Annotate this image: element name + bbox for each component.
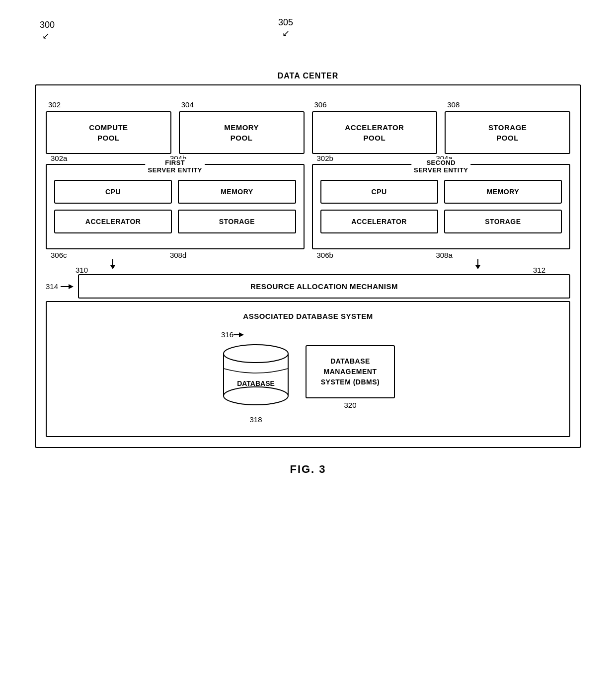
ref-308: 308	[445, 100, 570, 109]
dbms-label: DATABASEMANAGEMENTSYSTEM (DBMS)	[321, 357, 380, 386]
data-center-box: DATA CENTER 302 304 306 308 COMPUTEPOOL …	[35, 84, 581, 448]
svg-text:DATABASE: DATABASE	[237, 379, 275, 387]
ref-302b: 302b	[317, 154, 333, 162]
first-accelerator-box: ACCELERATOR	[54, 210, 172, 233]
ram-row: 314 RESOURCE ALLOCATION MECHANISM	[46, 274, 570, 299]
ref-308a: 308a	[436, 251, 452, 259]
db-system-box: ASSOCIATED DATABASE SYSTEM 316	[46, 301, 570, 437]
storage-pool-label: STORAGEPOOL	[488, 123, 527, 142]
second-storage-label: STORAGE	[485, 218, 521, 225]
second-cpu-box: CPU	[320, 180, 438, 204]
second-server-components: CPU MEMORY ACCELERATOR STORAGE	[320, 180, 562, 233]
first-cpu-box: CPU	[54, 180, 172, 204]
storage-pool-box: STORAGEPOOL	[445, 111, 570, 154]
ref-304: 304	[179, 100, 305, 109]
cylinder-wrapper: DATABASE	[221, 341, 291, 413]
second-server-entity-box: 302b 304a SECONDSERVER ENTITY CPU MEMORY…	[312, 164, 571, 249]
ref-302: 302	[46, 100, 171, 109]
first-server-entity-box: 302a 304b FIRSTSERVER ENTITY CPU MEMORY …	[46, 164, 305, 249]
db-system-label: ASSOCIATED DATABASE SYSTEM	[62, 312, 554, 320]
ref-314: 314	[46, 282, 58, 291]
accelerator-pool-box: ACCELERATORPOOL	[312, 111, 438, 154]
svg-marker-7	[239, 332, 244, 337]
second-memory-box: MEMORY	[444, 180, 562, 204]
ref-316-arrow-icon	[233, 331, 246, 339]
first-storage-box: STORAGE	[178, 210, 296, 233]
pool-row: COMPUTEPOOL MEMORYPOOL ACCELERATORPOOL S…	[46, 111, 570, 154]
dbms-container: DATABASEMANAGEMENTSYSTEM (DBMS) 320	[306, 345, 395, 409]
compute-pool-label: COMPUTEPOOL	[89, 123, 128, 142]
second-server-entity-label: SECONDSERVER ENTITY	[411, 159, 471, 174]
figure-label: FIG. 3	[35, 463, 581, 476]
ref-305: 305 ↙	[278, 17, 293, 39]
svg-marker-3	[475, 265, 480, 269]
ref-310: 310	[76, 266, 88, 274]
database-container: 316	[221, 330, 291, 424]
database-cylinder-svg: DATABASE	[221, 341, 291, 411]
ref-302a: 302a	[51, 154, 67, 162]
second-storage-box: STORAGE	[444, 210, 562, 233]
dbms-box: DATABASEMANAGEMENTSYSTEM (DBMS)	[306, 345, 395, 398]
memory-pool-box: MEMORYPOOL	[179, 111, 305, 154]
svg-marker-5	[69, 284, 74, 289]
ref-300: 300 ↙	[40, 20, 55, 41]
ref-308d: 308d	[170, 251, 186, 259]
svg-marker-1	[110, 265, 115, 269]
ref-306c: 306c	[51, 251, 67, 259]
second-accelerator-label: ACCELERATOR	[351, 218, 407, 225]
ram-label: RESOURCE ALLOCATION MECHANISM	[250, 282, 398, 291]
first-memory-label: MEMORY	[221, 188, 253, 196]
accelerator-pool-label: ACCELERATORPOOL	[345, 123, 404, 142]
data-center-label: DATA CENTER	[275, 72, 341, 80]
ram-arrow-icon	[61, 282, 76, 292]
first-accelerator-label: ACCELERATOR	[85, 218, 141, 225]
ref-320: 320	[344, 401, 356, 409]
svg-point-11	[224, 387, 288, 405]
ram-box: RESOURCE ALLOCATION MECHANISM	[78, 274, 570, 299]
first-storage-label: STORAGE	[219, 218, 255, 225]
first-cpu-label: CPU	[105, 188, 121, 196]
second-memory-label: MEMORY	[487, 188, 519, 196]
ref-306b: 306b	[317, 251, 333, 259]
memory-pool-label: MEMORYPOOL	[224, 123, 259, 142]
ref-318: 318	[249, 415, 262, 424]
server-row: 302a 304b FIRSTSERVER ENTITY CPU MEMORY …	[46, 164, 570, 249]
db-inner-row: 316	[62, 330, 554, 424]
diagram-wrapper: 300 ↙ 305 ↙ DATA CENTER 302 304 306 308 …	[35, 15, 581, 476]
ref-312: 312	[533, 266, 545, 274]
second-cpu-label: CPU	[372, 188, 387, 196]
compute-pool-box: COMPUTEPOOL	[46, 111, 171, 154]
first-memory-box: MEMORY	[178, 180, 296, 204]
svg-point-12	[224, 345, 288, 363]
connector-arrows-svg	[46, 259, 570, 274]
ref-316: 316	[221, 330, 233, 339]
ref-306: 306	[312, 100, 438, 109]
second-accelerator-box: ACCELERATOR	[320, 210, 438, 233]
first-server-components: CPU MEMORY ACCELERATOR STORAGE	[54, 180, 296, 233]
first-server-entity-label: FIRSTSERVER ENTITY	[145, 159, 205, 174]
